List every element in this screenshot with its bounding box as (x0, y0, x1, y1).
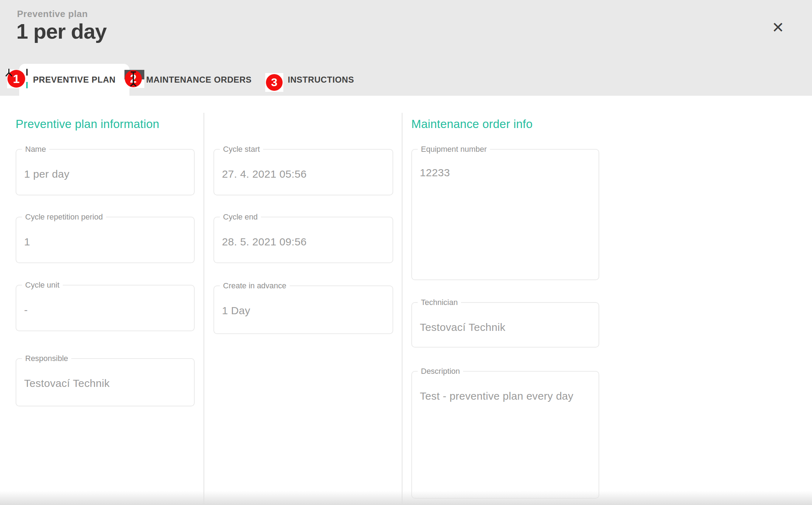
field-cycle-repetition-period[interactable]: Cycle repetition period 1 (16, 217, 195, 263)
step-badge-3: 3 (265, 73, 283, 92)
tab-label: MAINTENANCE ORDERS (146, 75, 251, 84)
field-value: 27. 4. 2021 05:56 (214, 150, 393, 180)
cursor-artifact-icon (4, 68, 13, 77)
tab-label: PREVENTIVE PLAN (33, 75, 116, 84)
field-label: Cycle end (220, 212, 261, 222)
page-title: 1 per day (16, 19, 106, 44)
field-label: Responsible (22, 354, 71, 363)
field-technician[interactable]: Technician Testovací Technik (411, 302, 599, 348)
column-divider (204, 113, 204, 505)
field-cycle-end[interactable]: Cycle end 28. 5. 2021 09:56 (213, 217, 393, 263)
field-label: Cycle start (220, 145, 263, 154)
field-label: Technician (418, 298, 461, 307)
field-label: Cycle unit (22, 281, 63, 290)
tab-maintenance-orders[interactable]: MAINTENANCE ORDERS (129, 64, 268, 96)
section-heading-maintenance-order-info: Maintenance order info (411, 117, 533, 131)
field-label: Description (418, 367, 463, 376)
column-divider (402, 113, 402, 505)
field-label: Create in advance (220, 281, 290, 290)
field-value: - (16, 285, 194, 316)
tab-preventive-plan[interactable]: PREVENTIVE PLAN (19, 64, 129, 96)
close-button[interactable]: ✕ (767, 17, 789, 38)
header-subtitle: Preventive plan (17, 9, 88, 20)
field-create-in-advance[interactable]: Create in advance 1 Day (213, 285, 393, 334)
field-cycle-unit[interactable]: Cycle unit - (16, 285, 195, 331)
section-heading-preventive-plan-information: Preventive plan information (16, 117, 159, 131)
preventive-plan-modal: Preventive plan 1 per day ✕ PREVENTIVE P… (0, 0, 812, 505)
field-value: 1 Day (214, 286, 393, 317)
tab-label: INSTRUCTIONS (288, 75, 354, 84)
field-responsible[interactable]: Responsible Testovací Technik (16, 358, 195, 406)
tab-instructions[interactable]: INSTRUCTIONS (275, 64, 367, 96)
field-label: Cycle repetition period (22, 212, 106, 222)
field-value: 12233 (412, 150, 599, 179)
field-description[interactable]: Description Test - preventive plan every… (411, 371, 599, 499)
close-icon: ✕ (772, 20, 784, 35)
artifact-dark-sliver (26, 69, 28, 76)
field-label: Equipment number (418, 145, 490, 154)
ibeam-cursor-icon (130, 71, 137, 87)
field-value: Testovací Technik (412, 303, 599, 333)
artifact-teal-sliver (26, 82, 28, 88)
field-value: Testovací Technik (16, 359, 194, 389)
field-cycle-start[interactable]: Cycle start 27. 4. 2021 05:56 (213, 149, 393, 195)
badge-number: 3 (266, 74, 283, 91)
field-value: 1 per day (16, 150, 194, 180)
field-value: Test - preventive plan every day (412, 372, 599, 402)
field-value: 28. 5. 2021 09:56 (214, 217, 393, 248)
field-label: Name (22, 145, 49, 154)
field-equipment-number[interactable]: Equipment number 12233 (411, 149, 599, 280)
field-name[interactable]: Name 1 per day (16, 149, 195, 195)
field-value: 1 (16, 217, 194, 248)
bottom-fade-overlay (0, 491, 812, 505)
